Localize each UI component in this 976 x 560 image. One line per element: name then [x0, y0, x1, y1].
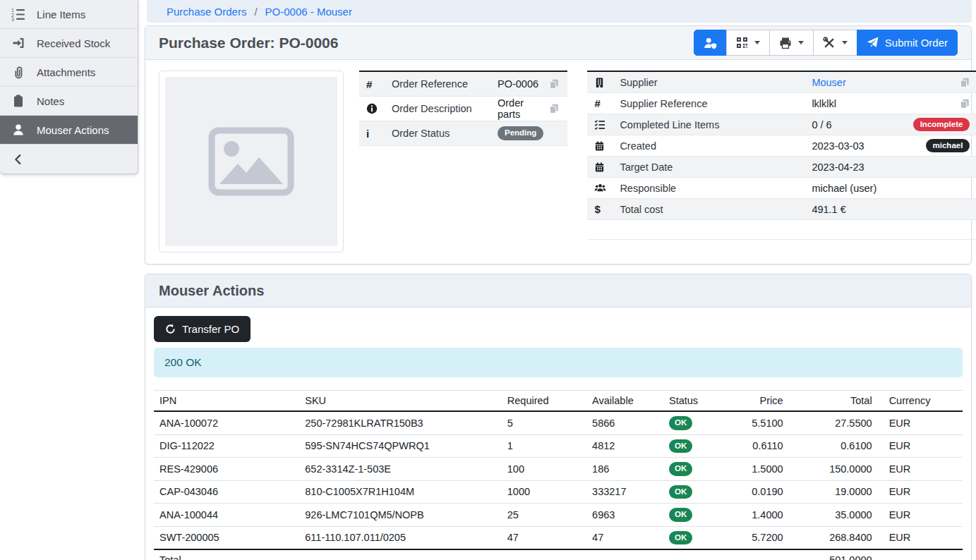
- list-check-icon: [594, 119, 620, 130]
- cell-total: 19.0000: [789, 480, 878, 504]
- detail-value: Order parts: [498, 97, 543, 120]
- cell-sku: 926-LMC7101QM5/NOPB: [299, 504, 502, 527]
- cell-sku: 250-72981KLRATR150B3: [299, 411, 502, 434]
- hash-icon: #: [594, 98, 620, 109]
- cell-ipn: RES-429006: [154, 458, 299, 481]
- column-header-currency: Currency: [878, 391, 963, 412]
- footer-empty-cell: [502, 549, 586, 560]
- cell-status: OK: [663, 504, 728, 527]
- detail-row-created: Created 2023-03-03 michael: [587, 135, 976, 157]
- sidebar-item-label: Notes: [37, 95, 64, 107]
- cell-sku: 652-3314Z-1-503E: [299, 458, 502, 481]
- breadcrumb-separator: /: [254, 6, 257, 18]
- cell-required: 1000: [502, 480, 586, 504]
- sidebar-item-notes[interactable]: Notes: [0, 87, 138, 116]
- sidebar-collapse-button[interactable]: [0, 145, 138, 174]
- copy-icon[interactable]: [549, 104, 559, 114]
- breadcrumb-link-purchase-orders[interactable]: Purchase Orders: [167, 6, 246, 18]
- cell-required: 5: [502, 411, 586, 434]
- detail-value: 491.1 €: [812, 204, 885, 215]
- submit-order-button[interactable]: Submit Order: [857, 30, 958, 56]
- admin-button[interactable]: [694, 30, 727, 56]
- sidebar-item-mouser-actions[interactable]: Mouser Actions: [0, 116, 138, 145]
- printer-icon: [779, 37, 792, 49]
- ok-status-badge: OK: [669, 462, 692, 476]
- detail-label: Total cost: [620, 204, 812, 215]
- copy-icon[interactable]: [960, 99, 970, 109]
- sidebar-item-label: Mouser Actions: [37, 124, 109, 136]
- table-row: ANA-100072250-72981KLRATR150B355866OK5.5…: [154, 411, 963, 434]
- chevron-down-icon: [754, 41, 760, 44]
- supplier-link[interactable]: Mouser: [812, 77, 885, 88]
- cell-ipn: CAP-043046: [154, 480, 299, 504]
- ok-status-badge: OK: [669, 531, 692, 545]
- cell-price: 1.5000: [728, 458, 789, 481]
- detail-row-order-reference: # Order Reference PO-0006: [359, 72, 567, 97]
- detail-row-order-status: i Order Status Pending: [359, 121, 567, 146]
- table-row: RES-429006652-3314Z-1-503E100186OK1.5000…: [154, 458, 963, 481]
- cell-available: 186: [586, 458, 663, 481]
- actions-table-body: ANA-100072250-72981KLRATR150B355866OK5.5…: [154, 411, 963, 549]
- ok-status-badge: OK: [669, 485, 692, 499]
- footer-total-value: 501.0000: [789, 549, 878, 560]
- detail-label: Supplier: [620, 77, 812, 88]
- cell-price: 0.6110: [728, 434, 789, 458]
- order-details-table: # Order Reference PO-0006 Order Descript…: [359, 71, 567, 146]
- cell-ipn: ANA-100072: [154, 411, 299, 434]
- detail-value: 2023-03-03: [812, 140, 885, 152]
- actions-table-header-row: IPNSKURequiredAvailableStatusPriceTotalC…: [154, 391, 963, 412]
- dollar-icon: $: [594, 204, 620, 214]
- cell-status: OK: [663, 434, 728, 458]
- users-icon: [594, 183, 620, 193]
- status-badge: Pending: [498, 126, 543, 140]
- order-details-left-group: # Order Reference PO-0006 Order Descript…: [159, 71, 587, 252]
- calendar-icon: [594, 140, 620, 152]
- table-row: DIG-112022595-SN74HCS74QPWRQ114812OK0.61…: [154, 434, 963, 458]
- column-header-total: Total: [789, 391, 878, 412]
- print-actions-button[interactable]: [769, 30, 814, 56]
- info-icon: i: [366, 128, 392, 139]
- cell-currency: EUR: [878, 434, 963, 458]
- user-badge: michael: [926, 139, 970, 153]
- cell-ipn: ANA-100044: [154, 504, 299, 527]
- footer-empty-cell: [663, 549, 728, 560]
- tools-icon: [823, 37, 836, 49]
- supplier-details-table: Supplier Mouser # Supplier Reference lkl…: [587, 71, 976, 240]
- sidebar-item-line-items[interactable]: 123 Line Items: [0, 0, 138, 29]
- detail-label: Responsible: [620, 183, 812, 194]
- sidebar-item-label: Line Items: [37, 8, 85, 20]
- cell-price: 5.7200: [728, 526, 789, 549]
- footer-empty-cell: [728, 549, 789, 560]
- detail-row-completed-line-items: Completed Line Items 0 / 6 Incomplete: [587, 114, 976, 135]
- rotate-icon: [165, 324, 176, 334]
- detail-label: Supplier Reference: [620, 98, 812, 109]
- sidebar-item-attachments[interactable]: Attachments: [0, 58, 138, 87]
- order-options-button[interactable]: [813, 30, 857, 56]
- sidebar-item-received-stock[interactable]: Received Stock: [0, 29, 138, 58]
- cell-currency: EUR: [878, 526, 963, 549]
- detail-value: lklklkl: [812, 98, 885, 109]
- page-title: Purchase Order: PO-0006: [159, 35, 338, 51]
- cell-currency: EUR: [878, 458, 963, 481]
- cell-status: OK: [663, 480, 728, 504]
- user-icon: [11, 123, 26, 137]
- supplier-details-group: Supplier Mouser # Supplier Reference lkl…: [587, 71, 976, 252]
- chevron-down-icon: [842, 41, 848, 44]
- cell-status: OK: [663, 526, 728, 549]
- sign-in-icon: [11, 36, 26, 50]
- transfer-po-button[interactable]: Transfer PO: [154, 316, 251, 342]
- cell-ipn: DIG-112022: [154, 434, 299, 458]
- copy-icon[interactable]: [960, 78, 970, 87]
- detail-row-total-cost: $ Total cost 491.1 €: [587, 199, 976, 220]
- detail-row-empty: [587, 220, 976, 240]
- barcode-actions-button[interactable]: [726, 30, 770, 56]
- breadcrumb-link-current-order[interactable]: PO-0006 - Mouser: [265, 6, 352, 18]
- cell-sku: 810-C1005X7R1H104M: [299, 480, 502, 504]
- order-image-card[interactable]: [159, 71, 344, 252]
- cell-total: 150.0000: [789, 458, 878, 481]
- copy-icon[interactable]: [549, 79, 559, 89]
- purchase-order-body: # Order Reference PO-0006 Order Descript…: [145, 60, 971, 264]
- clipboard-icon: [11, 94, 26, 108]
- detail-label: Order Reference: [392, 78, 498, 90]
- column-header-price: Price: [728, 391, 789, 412]
